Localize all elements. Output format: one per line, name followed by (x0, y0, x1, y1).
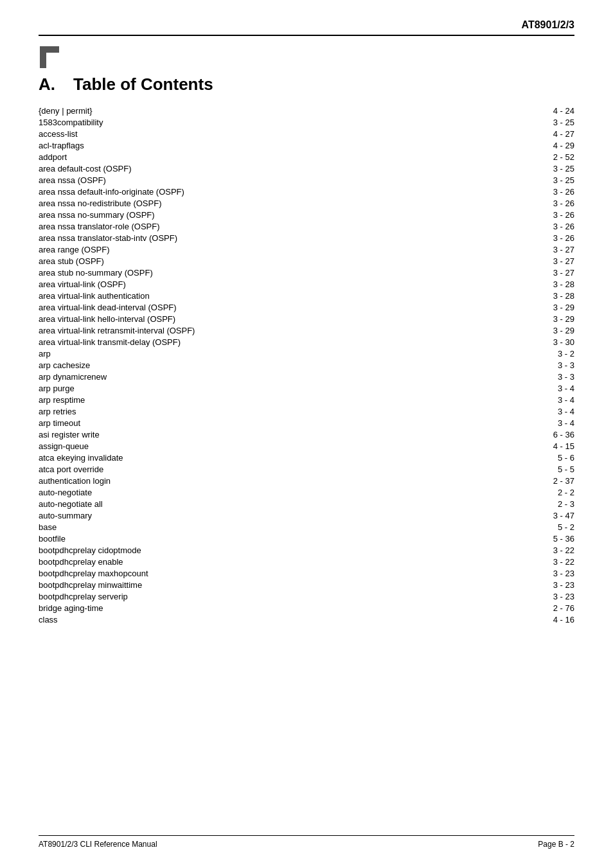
toc-row: access-list4 - 27 (39, 128, 574, 139)
toc-row: base5 - 2 (39, 521, 574, 533)
toc-row: area virtual-link (OSPF)3 - 28 (39, 278, 574, 290)
toc-row: atca ekeying invalidate5 - 6 (39, 452, 574, 463)
toc-label: area virtual-link authentication (39, 290, 457, 301)
toc-row: addport2 - 52 (39, 151, 574, 163)
toc-label: bootpdhcprelay enable (39, 556, 457, 567)
toc-label: auto-negotiate all (39, 498, 457, 509)
toc-page: 3 - 22 (457, 544, 574, 556)
toc-row: assign-queue4 - 15 (39, 440, 574, 452)
toc-page: 3 - 29 (457, 301, 574, 313)
toc-label: area virtual-link dead-interval (OSPF) (39, 301, 457, 313)
toc-page: 3 - 27 (457, 255, 574, 267)
toc-label: area nssa (OSPF) (39, 174, 457, 186)
toc-label: area default-cost (OSPF) (39, 163, 457, 174)
toc-page: 3 - 29 (457, 324, 574, 336)
toc-page: 2 - 52 (457, 151, 574, 163)
toc-page: 3 - 22 (457, 556, 574, 567)
toc-page: 3 - 4 (457, 394, 574, 405)
toc-page: 3 - 26 (457, 209, 574, 220)
toc-row: area range (OSPF)3 - 27 (39, 244, 574, 255)
toc-page: 5 - 5 (457, 463, 574, 475)
toc-page: 3 - 29 (457, 313, 574, 324)
toc-label: arp resptime (39, 394, 457, 405)
toc-page: 4 - 29 (457, 139, 574, 151)
toc-row: authentication login2 - 37 (39, 475, 574, 486)
toc-label: area nssa no-summary (OSPF) (39, 209, 457, 220)
logo-icon (39, 45, 67, 69)
toc-label: atca port override (39, 463, 457, 475)
toc-row: area virtual-link hello-interval (OSPF)3… (39, 313, 574, 324)
toc-label: bootfile (39, 533, 457, 544)
toc-page: 5 - 2 (457, 521, 574, 533)
toc-page: 3 - 3 (457, 359, 574, 371)
toc-row: area stub no-summary (OSPF)3 - 27 (39, 267, 574, 278)
toc-page: 3 - 26 (457, 197, 574, 209)
toc-label: atca ekeying invalidate (39, 452, 457, 463)
toc-row: arp cachesize3 - 3 (39, 359, 574, 371)
toc-label: asi register write (39, 429, 457, 440)
toc-row: area nssa (OSPF)3 - 25 (39, 174, 574, 186)
toc-page: 3 - 4 (457, 405, 574, 417)
toc-row: arp retries3 - 4 (39, 405, 574, 417)
section-heading-text: Table of Contents (73, 75, 213, 94)
toc-row: area virtual-link transmit-delay (OSPF)3… (39, 336, 574, 348)
toc-page: 3 - 25 (457, 163, 574, 174)
toc-row: arp purge3 - 4 (39, 382, 574, 394)
toc-page: 3 - 26 (457, 186, 574, 197)
toc-row: bootpdhcprelay cidoptmode3 - 22 (39, 544, 574, 556)
footer-left: AT8901/2/3 CLI Reference Manual (39, 840, 157, 849)
toc-label: area range (OSPF) (39, 244, 457, 255)
toc-page: 6 - 36 (457, 429, 574, 440)
toc-page: 2 - 3 (457, 498, 574, 509)
toc-table: {deny | permit}4 - 241583compatibility3 … (39, 105, 574, 625)
toc-row: asi register write6 - 36 (39, 429, 574, 440)
toc-row: auto-negotiate all2 - 3 (39, 498, 574, 509)
toc-label: auto-negotiate (39, 486, 457, 498)
toc-label: bootpdhcprelay minwaittime (39, 579, 457, 590)
toc-page: 3 - 28 (457, 278, 574, 290)
toc-row: area default-cost (OSPF)3 - 25 (39, 163, 574, 174)
toc-page: 4 - 16 (457, 614, 574, 625)
toc-page: 3 - 4 (457, 417, 574, 429)
toc-label: bootpdhcprelay maxhopcount (39, 567, 457, 579)
toc-label: area nssa no-redistribute (OSPF) (39, 197, 457, 209)
toc-label: assign-queue (39, 440, 457, 452)
toc-page: 2 - 76 (457, 602, 574, 614)
toc-page: 3 - 27 (457, 244, 574, 255)
toc-label: bridge aging-time (39, 602, 457, 614)
toc-page: 3 - 23 (457, 590, 574, 602)
toc-page: 3 - 47 (457, 509, 574, 521)
toc-label: arp retries (39, 405, 457, 417)
toc-row: arp resptime3 - 4 (39, 394, 574, 405)
toc-row: area nssa no-redistribute (OSPF)3 - 26 (39, 197, 574, 209)
toc-page: 3 - 23 (457, 579, 574, 590)
toc-row: area virtual-link dead-interval (OSPF)3 … (39, 301, 574, 313)
toc-page: 3 - 4 (457, 382, 574, 394)
toc-label: bootpdhcprelay serverip (39, 590, 457, 602)
toc-row: bootpdhcprelay enable3 - 22 (39, 556, 574, 567)
toc-label: area stub no-summary (OSPF) (39, 267, 457, 278)
toc-label: area nssa default-info-originate (OSPF) (39, 186, 457, 197)
toc-row: auto-summary3 - 47 (39, 509, 574, 521)
toc-row: bootfile5 - 36 (39, 533, 574, 544)
toc-row: acl-trapflags4 - 29 (39, 139, 574, 151)
page-header: AT8901/2/3 (39, 19, 574, 31)
toc-label: base (39, 521, 457, 533)
toc-row: arp3 - 2 (39, 348, 574, 359)
toc-label: authentication login (39, 475, 457, 486)
toc-label: acl-trapflags (39, 139, 457, 151)
toc-row: area nssa default-info-originate (OSPF)3… (39, 186, 574, 197)
toc-page: 3 - 27 (457, 267, 574, 278)
toc-page: 3 - 25 (457, 174, 574, 186)
toc-page: 3 - 23 (457, 567, 574, 579)
toc-page: 5 - 6 (457, 452, 574, 463)
toc-label: arp (39, 348, 457, 359)
footer-rule (39, 835, 574, 836)
toc-page: 4 - 15 (457, 440, 574, 452)
toc-page: 4 - 24 (457, 105, 574, 116)
toc-row: auto-negotiate2 - 2 (39, 486, 574, 498)
toc-label: bootpdhcprelay cidoptmode (39, 544, 457, 556)
toc-row: arp dynamicrenew3 - 3 (39, 371, 574, 382)
toc-row: class4 - 16 (39, 614, 574, 625)
toc-label: arp cachesize (39, 359, 457, 371)
